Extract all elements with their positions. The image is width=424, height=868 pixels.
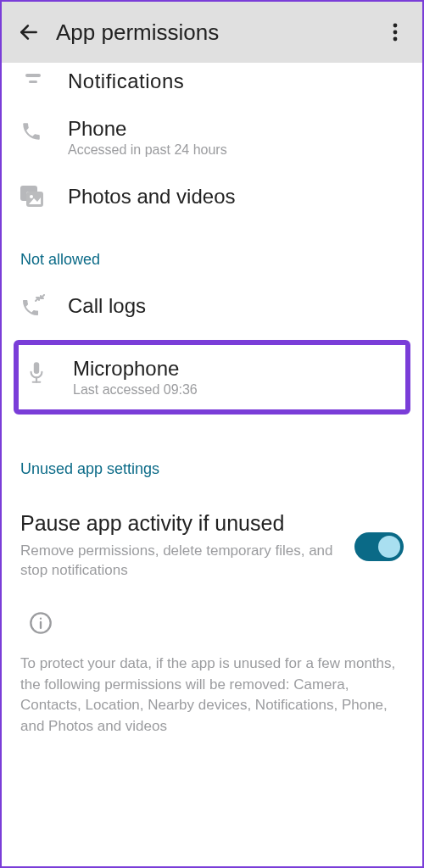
pause-title: Pause app activity if unused [20, 510, 348, 537]
phone-icon [20, 117, 68, 142]
svg-point-2 [393, 31, 398, 35]
more-button[interactable] [380, 22, 410, 42]
permission-subtext: Accessed in past 24 hours [68, 142, 404, 158]
svg-point-3 [393, 37, 398, 42]
pause-app-activity-row[interactable]: Pause app activity if unused Remove perm… [2, 487, 422, 591]
svg-point-1 [393, 24, 398, 28]
permission-row-notifications[interactable]: Notifications [2, 63, 422, 103]
svg-rect-5 [29, 81, 37, 83]
permission-row-calllogs[interactable]: Call logs [2, 277, 422, 335]
notifications-icon [20, 74, 68, 89]
more-vert-icon [393, 22, 398, 42]
back-button[interactable] [14, 21, 44, 43]
arrow-left-icon [18, 21, 40, 43]
permission-label: Phone [68, 117, 404, 141]
calllogs-icon [20, 294, 68, 318]
permission-row-phone[interactable]: Phone Accessed in past 24 hours [2, 103, 422, 171]
microphone-icon [25, 357, 73, 386]
page-title: App permissions [56, 19, 380, 46]
permission-label: Notifications [68, 70, 404, 93]
footer-text: To protect your data, if the app is unus… [2, 640, 422, 737]
permission-row-photos[interactable]: Photos and videos [2, 171, 422, 222]
permission-label: Call logs [68, 294, 404, 318]
permission-label: Microphone [73, 357, 399, 381]
svg-point-9 [30, 195, 33, 198]
info-icon [29, 611, 53, 635]
svg-rect-4 [25, 74, 41, 77]
permission-subtext: Last accessed 09:36 [73, 382, 399, 398]
info-icon-row [2, 591, 422, 640]
pause-toggle[interactable] [354, 532, 404, 561]
pause-subtext: Remove permissions, delete temporary fil… [20, 542, 348, 581]
toggle-knob [378, 536, 400, 558]
content-area: Notifications Phone Accessed in past 24 … [2, 63, 422, 754]
section-not-allowed: Not allowed [2, 222, 422, 277]
photos-icon [20, 186, 68, 208]
permission-row-microphone[interactable]: Microphone Last accessed 09:36 [14, 340, 410, 415]
svg-rect-10 [34, 362, 39, 374]
section-unused: Unused app settings [2, 420, 422, 487]
svg-point-15 [40, 618, 42, 620]
app-bar: App permissions [2, 2, 422, 63]
permission-label: Photos and videos [68, 185, 404, 209]
